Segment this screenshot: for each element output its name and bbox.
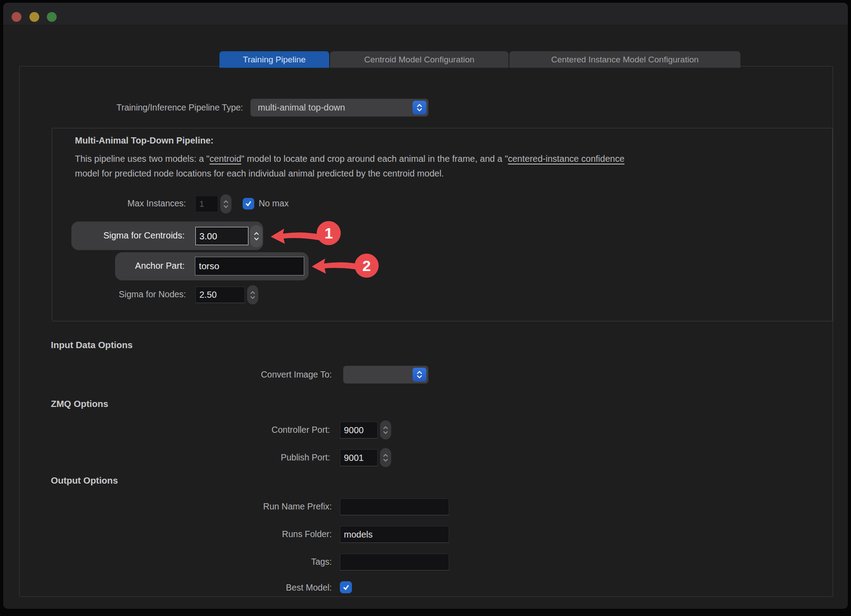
anchor-part-label: Anchor Part: [135, 261, 185, 271]
max-instances-label: Max Instances: [128, 198, 186, 209]
chevron-up-icon [250, 291, 255, 294]
chevron-up-icon [383, 454, 388, 457]
run-name-prefix-label: Run Name Prefix: [263, 501, 332, 512]
pipeline-type-value: multi-animal top-down [251, 103, 413, 113]
window-titlebar [3, 3, 848, 25]
input-data-options-header: Input Data Options [51, 340, 132, 350]
chevron-down-icon [254, 237, 259, 241]
sigma-centroids-input[interactable] [195, 227, 248, 245]
controller-port-spinner[interactable] [380, 420, 391, 439]
zoom-button-icon[interactable] [47, 12, 57, 22]
max-instances-input[interactable] [195, 196, 218, 212]
chevron-up-icon [223, 200, 228, 203]
centroid-link[interactable]: centroid [210, 154, 241, 164]
best-model-label: Best Model: [286, 583, 332, 593]
centered-instance-link[interactable]: centered-instance confidence [508, 154, 624, 164]
no-max-label: No max [259, 198, 289, 209]
no-max-checkbox[interactable] [243, 198, 254, 209]
description-text-line2: model for predicted node locations for e… [75, 166, 830, 181]
minimize-button-icon[interactable] [29, 12, 39, 22]
chevron-up-icon [383, 426, 388, 429]
sigma-nodes-input[interactable] [195, 287, 245, 303]
pipeline-type-label: Training/Inference Pipeline Type: [116, 103, 243, 113]
annotation-badge-2: 2 [355, 254, 379, 278]
run-name-prefix-input[interactable] [340, 498, 449, 515]
sigma-nodes-label: Sigma for Nodes: [119, 289, 186, 300]
tab-label: Centroid Model Configuration [364, 55, 474, 65]
best-model-checkbox[interactable] [340, 581, 352, 593]
pipeline-description: This pipeline uses two models: a "centro… [75, 152, 830, 183]
tab-training-pipeline[interactable]: Training Pipeline [219, 51, 329, 68]
zmq-options-header: ZMQ Options [51, 398, 108, 409]
chevron-down-icon [250, 296, 255, 299]
badge-number: 2 [363, 257, 371, 275]
check-icon [343, 584, 350, 591]
runs-folder-label: Runs Folder: [282, 529, 332, 539]
tags-input[interactable] [340, 554, 449, 571]
chevron-down-icon [223, 205, 228, 208]
convert-image-to-label: Convert Image To: [261, 370, 332, 380]
output-options-header: Output Options [51, 475, 118, 486]
sigma-centroids-label: Sigma for Centroids: [103, 230, 185, 241]
select-stepper-icon[interactable] [413, 101, 426, 115]
screen: Training Pipeline Centroid Model Configu… [0, 0, 851, 616]
chevron-down-icon [383, 431, 388, 434]
tab-label: Centered Instance Model Configuration [551, 55, 699, 65]
description-text: This pipeline uses two models: a " [75, 154, 210, 164]
select-stepper-icon[interactable] [413, 368, 426, 382]
chevron-up-icon [254, 232, 259, 235]
anchor-part-input[interactable] [195, 257, 304, 275]
publish-port-label: Publish Port: [281, 452, 330, 463]
annotation-arrow-1 [269, 227, 321, 246]
tab-centered-instance-model-configuration[interactable]: Centered Instance Model Configuration [509, 51, 740, 68]
publish-port-input[interactable] [340, 449, 378, 466]
convert-image-to-select[interactable] [343, 365, 429, 384]
controller-port-input[interactable] [340, 422, 378, 439]
runs-folder-input[interactable] [340, 526, 449, 543]
publish-port-spinner[interactable] [380, 448, 391, 467]
description-text: " model to locate and crop around each a… [241, 154, 508, 164]
sigma-nodes-spinner[interactable] [247, 285, 258, 304]
close-button-icon[interactable] [12, 12, 21, 22]
tags-label: Tags: [311, 557, 332, 567]
controller-port-label: Controller Port: [272, 425, 330, 435]
pipeline-type-select[interactable]: multi-animal top-down [250, 99, 429, 117]
badge-number: 1 [325, 225, 333, 242]
pipeline-box-title: Multi-Animal Top-Down Pipeline: [75, 136, 214, 146]
tab-label: Training Pipeline [243, 55, 306, 65]
tab-centroid-model-configuration[interactable]: Centroid Model Configuration [330, 51, 508, 68]
chevron-down-icon [383, 459, 388, 462]
sigma-centroids-spinner[interactable] [250, 225, 262, 247]
check-icon [245, 200, 252, 207]
max-instances-spinner[interactable] [220, 194, 231, 214]
annotation-badge-1: 1 [317, 221, 341, 245]
